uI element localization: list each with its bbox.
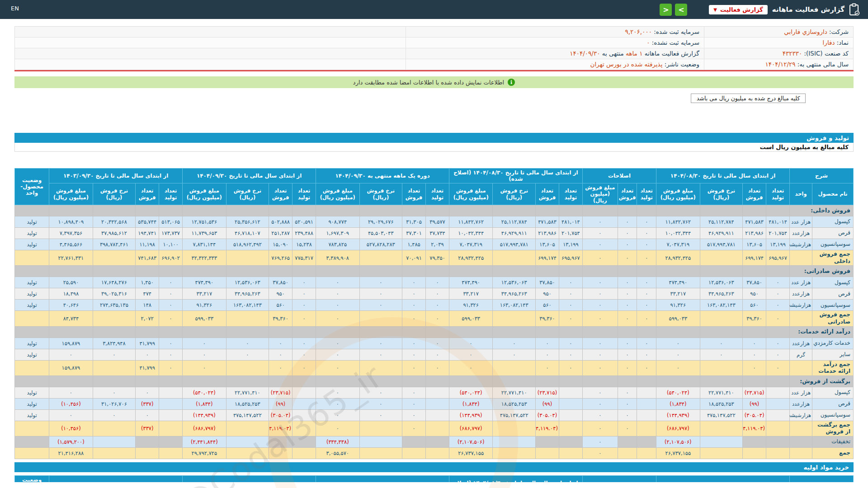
value-cell: ۰	[582, 436, 618, 447]
value-cell: ۴۷۴	[136, 288, 159, 300]
value-cell	[766, 409, 790, 421]
value-cell: ۰	[359, 277, 402, 288]
unit-cell: هزارشیشه	[790, 409, 812, 421]
status-cell: تولید	[15, 387, 49, 398]
value-cell: (۲۴,۱۱۹.۰۴)	[536, 421, 559, 436]
value-cell	[426, 436, 449, 447]
value-cell: (۱,۵۷۹,۲۰۰)	[49, 436, 93, 447]
value-cell: (۱,۸۳۴)	[183, 398, 226, 409]
value-cell: ۲۹,۰۲۹,۶۷۶	[359, 216, 402, 228]
value-cell: ۱,۴۵۰	[136, 277, 159, 288]
value-cell: ۳۷,۸۵۰	[269, 277, 292, 288]
info-row: نماد: دفارا سرمایه ثبت نشده: ۰	[15, 38, 853, 48]
empty-cell	[637, 266, 656, 277]
empty-cell	[618, 205, 637, 216]
product-cell: قرص	[812, 228, 854, 239]
empty-cell	[269, 266, 292, 277]
empty-cell	[226, 375, 269, 387]
value-cell: ۱۷,۶۴۸,۲۷۶	[93, 277, 136, 288]
empty-cell	[426, 326, 449, 338]
unit-cell	[790, 447, 812, 459]
product-cell: قرص	[812, 288, 854, 300]
value-cell: ۴۶,۷۱۸,۱۰۷	[226, 228, 269, 239]
value-cell: ۱۶۳,۰۸۲,۱۴۳	[700, 300, 743, 311]
value-cell: ۰	[359, 338, 402, 349]
product-cell: سایر	[812, 349, 854, 360]
value-cell	[292, 387, 316, 398]
value-cell	[359, 421, 402, 436]
table-row: جمع فروش داخلی۶۹۵,۹۶۷۶۹۹,۱۷۴۲۸,۹۳۲,۴۲۵۰۰…	[15, 250, 854, 266]
value-cell: ۰	[637, 277, 656, 288]
empty-cell	[136, 205, 159, 216]
info-row: کد صنعت (ISIC): ۴۳۲۳۳۰ گزارش فعالیت ماها…	[15, 48, 853, 59]
value-cell: ۰	[292, 349, 316, 360]
value-cell: ۲۵,۱۱۲,۷۸۴	[700, 216, 743, 228]
value-cell: ۳۴,۹۶۵,۲۶۳	[493, 288, 536, 300]
value-cell: ۰	[559, 349, 582, 360]
previous-period-button[interactable]: <	[660, 4, 672, 16]
value-cell: ۰	[618, 216, 637, 228]
value-cell: ۰	[426, 300, 449, 311]
value-cell	[559, 436, 582, 447]
header-col: تعداد تولید	[637, 183, 656, 205]
header-col: مبلغ فروش (میلیون ریال)	[656, 183, 700, 205]
report-type-dropdown[interactable]: گزارش فعالیت ▼	[709, 5, 767, 14]
table-row: کپسولهزار عدد(۲۳,۷۱۵)۲۲,۷۷۱,۴۱۰(۵۴۰,۰۲۴)…	[15, 387, 854, 398]
value-cell: ۰	[159, 338, 183, 349]
value-cell: ۰	[618, 387, 637, 398]
value-cell	[136, 447, 159, 459]
empty-cell	[426, 375, 449, 387]
value-cell: ۵۹۹,۰۳۳	[656, 311, 700, 326]
empty-cell	[426, 205, 449, 216]
value-cell: ۰	[637, 239, 656, 250]
header-group-3: دوره یک ماهه منتهی به ۱۴۰۴/۰۹/۳۰	[316, 475, 449, 482]
value-cell: ۰	[766, 288, 790, 300]
value-cell	[159, 398, 183, 409]
value-cell: ۴۸۱,۰۱۴	[766, 216, 790, 228]
header-col: تعداد تولید	[292, 183, 316, 205]
empty-cell	[766, 266, 790, 277]
value-cell: ۰	[637, 228, 656, 239]
value-cell	[637, 398, 656, 409]
value-cell	[93, 436, 136, 447]
header-col: مبلغ فروش (میلیون ریال)	[316, 183, 359, 205]
info-value: پذیرفته شده در بورس تهران	[590, 61, 663, 68]
period-nav-buttons: > <	[660, 4, 687, 16]
value-cell: ۰	[402, 277, 426, 288]
value-cell: ۳۹,۵۷۷	[426, 216, 449, 228]
value-cell	[618, 447, 637, 459]
value-cell: ۰	[582, 250, 618, 266]
header-col: تعداد تولید	[559, 183, 582, 205]
value-cell	[269, 447, 292, 459]
empty-cell	[93, 326, 136, 338]
empty-cell	[402, 326, 426, 338]
info-label: نماد:	[835, 39, 849, 46]
value-cell: ۲۱۳,۹۸۶	[536, 228, 559, 239]
language-toggle-en[interactable]: EN	[11, 5, 19, 12]
value-cell: ۷۴۱,۶۸۳	[136, 250, 159, 266]
amounts-unit-note-box: کلیه مبالغ درج شده به میلیون ریال می باش…	[691, 94, 806, 103]
empty-cell	[49, 266, 93, 277]
header-col: تعداد تولید	[159, 183, 183, 205]
value-cell: ۴۷۵,۱۴۷,۵۲۲	[700, 409, 743, 421]
empty-cell	[292, 266, 316, 277]
value-cell: (۶۸۶,۷۹۷)	[183, 421, 226, 436]
value-cell: ۰	[316, 288, 359, 300]
value-cell: ۱۰,۸۹۸,۴۰۹	[49, 216, 93, 228]
next-period-button[interactable]: >	[675, 4, 687, 16]
value-cell	[402, 447, 426, 459]
value-cell: ۳۲,۳۲۲,۳۳۳	[183, 250, 226, 266]
header-group-0: از ابتدای سال مالی تا تاریخ ۱۴۰۴/۰۸/۳۰	[656, 169, 790, 183]
empty-cell	[582, 326, 618, 338]
value-cell: ۰	[656, 338, 700, 349]
empty-cell	[183, 375, 226, 387]
value-cell: ۰	[618, 228, 637, 239]
info-empty	[15, 59, 406, 70]
empty-cell	[582, 205, 618, 216]
value-cell: ۰	[402, 398, 426, 409]
value-cell: ۰	[449, 349, 492, 360]
value-cell: ۰	[637, 300, 656, 311]
section-row: فروش داخلی:	[15, 205, 854, 216]
header-col: نرخ فروش (ریال)	[93, 183, 136, 205]
value-cell: ۰	[136, 387, 159, 398]
